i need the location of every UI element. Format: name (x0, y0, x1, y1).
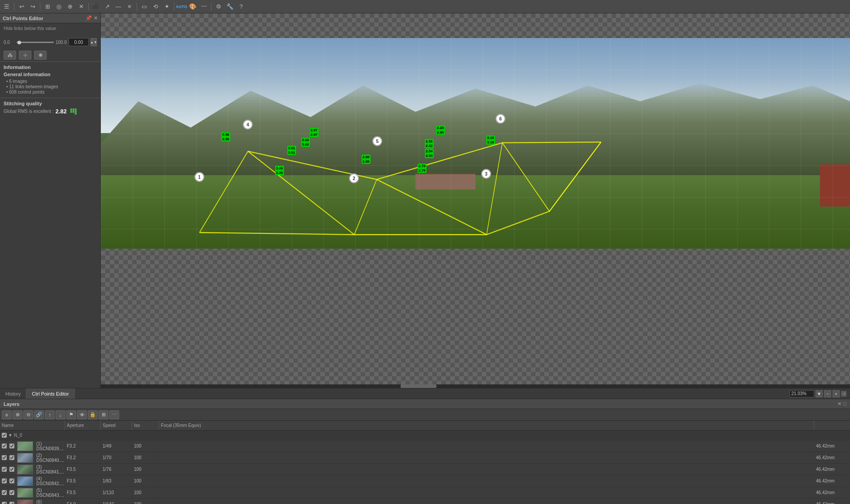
layer-btn-add[interactable]: ⊕ (13, 410, 22, 419)
crop-icon[interactable]: ▭ (139, 2, 149, 12)
col-speed[interactable]: Speed (101, 421, 132, 430)
line-icon[interactable]: — (113, 2, 123, 12)
layer-btn-dn[interactable]: ↓ (56, 410, 65, 419)
cell-focal-val-3: 46.42mm (814, 464, 850, 475)
row-checkbox-4[interactable] (2, 478, 7, 483)
info-title: Information (4, 65, 97, 70)
layer-btn-link[interactable]: 🔗 (34, 410, 44, 419)
slider-input[interactable] (69, 38, 89, 46)
target-icon[interactable]: ◎ (54, 2, 64, 12)
row-vis-checkbox-6[interactable] (9, 502, 14, 504)
move-icon[interactable]: ↗ (102, 2, 112, 12)
rect-icon[interactable]: ⬛ (91, 2, 101, 12)
group-check-cell: ▼ N_0 (0, 433, 65, 438)
layer-btn-up[interactable]: ↑ (45, 410, 55, 419)
row-checkbox-6[interactable] (2, 502, 7, 504)
wrench-icon[interactable]: 🔧 (225, 2, 235, 12)
col-aperture[interactable]: Aperture (65, 421, 101, 430)
layer-btn-del[interactable]: ⊖ (23, 410, 33, 419)
col-focal[interactable]: Focal (35mm Equiv) (159, 421, 814, 430)
thumb-6 (17, 500, 33, 504)
row-name-4: (4) DSCN0842.... (36, 476, 64, 486)
canvas-scrollbar-h[interactable] (101, 384, 850, 388)
group-name: N_0 (14, 433, 22, 438)
row-checkbox-1[interactable] (2, 444, 7, 448)
canvas-scrollbar-thumb[interactable] (401, 384, 436, 388)
crosshair-icon[interactable]: ⊕ (65, 2, 75, 12)
cp-badge-326: 3.263.26 (275, 166, 284, 175)
quality-title: Stitching quality (4, 101, 97, 106)
cp-badge-285: 2.852.85 (436, 125, 445, 135)
table-row: (3) DSCN0841.... F3.5 1/76 100 46.42mm (0, 464, 850, 475)
mode-btn-3[interactable]: ❋ (34, 51, 47, 60)
lines-icon[interactable]: ≡ (125, 2, 134, 12)
zoom-dropdown-btn[interactable]: ▼ (815, 390, 823, 397)
redo-icon[interactable]: ↪ (28, 2, 38, 12)
layer-btn-more[interactable]: ⋯ (109, 410, 119, 419)
col-iso[interactable]: Iso (132, 421, 159, 430)
select-icon[interactable]: ✕ (76, 2, 86, 12)
layer-btn-eye[interactable]: 👁 (77, 410, 87, 419)
tab-history[interactable]: History (0, 388, 26, 399)
row-vis-checkbox-1[interactable] (9, 444, 14, 448)
canvas-area[interactable]: 1 2 3 4 5 6 2.972.97 2.852.85 3.013.01 3… (101, 13, 850, 388)
cell-focal-5 (159, 487, 814, 498)
cell-speed-6: 1/142 (101, 499, 132, 504)
layer-btn-flag[interactable]: ⚑ (66, 410, 76, 419)
help-icon[interactable]: ? (236, 2, 246, 12)
row-checkbox-3[interactable] (2, 467, 7, 472)
row-vis-checkbox-3[interactable] (9, 467, 14, 472)
table-row: (4) DSCN0842.... F3.5 1/83 100 46.42mm (0, 475, 850, 487)
layers-close-icon[interactable]: ✕ (837, 401, 841, 407)
cp-node-4[interactable]: 4 (243, 120, 253, 129)
slider-track[interactable] (17, 42, 54, 43)
table-header: Name Aperture Speed Iso Focal (35mm Equi… (0, 421, 850, 431)
slider-min: 0.0 (4, 40, 15, 45)
cp-node-5[interactable]: 5 (372, 136, 382, 146)
cp-node-2[interactable]: 2 (349, 173, 359, 183)
cell-focal-1 (159, 440, 814, 452)
cp-node-3[interactable]: 3 (481, 169, 491, 179)
zoom-plus-btn[interactable]: + (833, 390, 840, 397)
cp-node-6[interactable]: 6 (496, 114, 505, 124)
cp-node-1[interactable]: 1 (194, 172, 204, 182)
layer-btn-grid2[interactable]: ⊞ (99, 410, 108, 419)
layer-btn-lock[interactable]: 🔒 (88, 410, 98, 419)
group-row: ▼ N_0 (0, 431, 850, 440)
zoom-minus-btn[interactable]: − (824, 390, 831, 397)
tab-ctrl-points-editor[interactable]: Ctrl Points Editor (26, 388, 75, 399)
cell-aperture-3: F3.5 (65, 464, 101, 475)
auto-icon[interactable]: AUTO (177, 2, 186, 12)
panorama-image (101, 38, 850, 249)
rms-bar-seg-1 (70, 108, 72, 113)
col-name[interactable]: Name (0, 421, 65, 430)
mode-btn-1[interactable]: ⁂ (4, 51, 16, 60)
color-icon[interactable]: 🎨 (188, 2, 198, 12)
grid-icon[interactable]: ⊞ (43, 2, 52, 12)
row-checkbox-5[interactable] (2, 490, 7, 495)
row-vis-checkbox-5[interactable] (9, 490, 14, 495)
rms-value: 2.82 (56, 108, 67, 115)
menu-icon[interactable]: ☰ (2, 2, 12, 12)
layer-btn-group[interactable]: ≡ (2, 410, 12, 419)
row-vis-checkbox-4[interactable] (9, 478, 14, 483)
row-checkbox-2[interactable] (2, 455, 7, 460)
zoom-bar: 21.03% ▼ − + ◁ (790, 390, 850, 397)
slider-spin[interactable]: ▲▼ (91, 38, 97, 46)
mode-btn-2[interactable]: ⊹ (19, 51, 31, 60)
panel-title: Ctrl Points Editor (3, 16, 43, 21)
layers-maximize-icon[interactable]: □ (843, 401, 846, 407)
settings-icon[interactable]: ⚙ (214, 2, 224, 12)
slider-thumb[interactable] (17, 41, 21, 44)
zoom-reset-btn[interactable]: ◁ (841, 391, 846, 396)
pin-icon[interactable]: 📌 (86, 15, 92, 21)
undo-icon[interactable]: ↩ (17, 2, 26, 12)
transform-icon[interactable]: ⟲ (151, 2, 160, 12)
group-checkbox[interactable] (2, 433, 7, 438)
wave-icon[interactable]: 〰 (199, 2, 209, 12)
row-vis-checkbox-2[interactable] (9, 455, 14, 460)
expand-icon[interactable]: ▼ (8, 433, 13, 438)
points-icon[interactable]: ✦ (162, 2, 172, 12)
close-panel-icon[interactable]: ✕ (94, 15, 98, 21)
col-extra[interactable] (814, 421, 850, 430)
